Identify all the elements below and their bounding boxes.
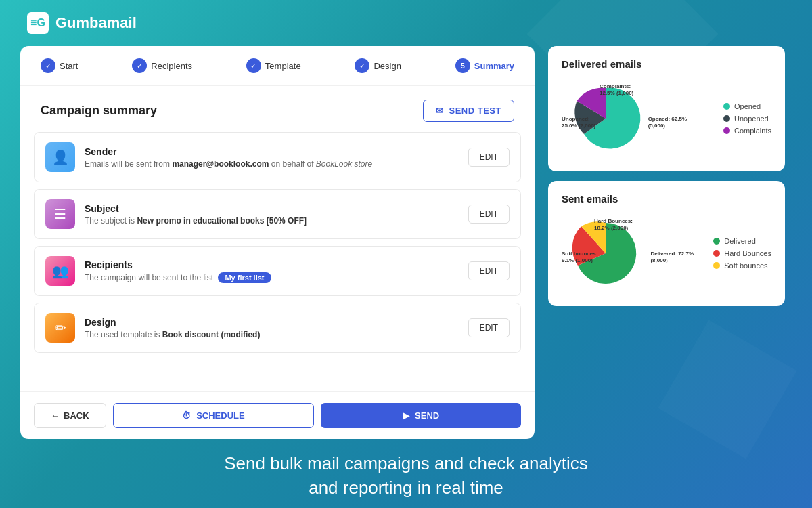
design-icon: ✏	[55, 320, 66, 336]
main-card: ✓ Start ✓ Recipients ✓ Template ✓ Design…	[20, 46, 535, 439]
step-design: ✓ Design	[355, 58, 401, 73]
sender-store: BookLook store	[316, 159, 372, 169]
step-line-1	[83, 66, 127, 66]
recipients-icon-wrap: 👥	[45, 256, 75, 286]
hard-bounces-label: Hard Bounces	[724, 249, 771, 257]
delivered-legend-item: Delivered	[713, 237, 771, 245]
soft-bounces-label: Soft bounces	[724, 261, 767, 270]
sender-icon: 👤	[52, 149, 69, 165]
recipients-icon: 👥	[52, 263, 69, 279]
recipients-title: Recipients	[85, 259, 459, 270]
back-label: BACK	[64, 410, 89, 421]
step-start-label: Start	[60, 61, 78, 71]
opened-legend: Opened	[723, 102, 771, 110]
recipients-edit-button[interactable]: EDIT	[468, 261, 510, 280]
recipients-content: Recipients The campaign will be sent to …	[85, 259, 459, 283]
design-template: Book discount (modified)	[162, 330, 261, 339]
summary-item-design: ✏ Design The used template is Book disco…	[34, 303, 521, 353]
subject-text: New promo in educational books [50% OFF]	[137, 216, 307, 226]
step-summary-icon: 5	[455, 58, 470, 73]
step-design-label: Design	[374, 61, 401, 71]
subject-icon-wrap: ☰	[45, 199, 75, 229]
unopened-legend: Unopened	[723, 114, 771, 123]
schedule-button[interactable]: ⏱ SCHEDULE	[113, 403, 315, 428]
unopened-label: Unopened	[734, 114, 769, 123]
sender-edit-button[interactable]: EDIT	[468, 148, 510, 167]
sender-desc-prefix: Emails will be sent from	[85, 159, 172, 169]
step-summary-label: Summary	[474, 61, 514, 71]
back-button[interactable]: ← BACK	[34, 403, 106, 428]
stepper: ✓ Start ✓ Recipients ✓ Template ✓ Design…	[20, 46, 535, 86]
design-title: Design	[85, 317, 459, 328]
subject-desc: The subject is New promo in educational …	[85, 216, 459, 226]
unopened-dot	[723, 115, 730, 122]
step-line-2	[198, 66, 241, 66]
soft-bounces-annotation: Soft bounces:9.1% (1,000)	[562, 251, 597, 265]
sender-title: Sender	[85, 146, 459, 157]
delivered-emails-content: Complaints:12.5% (1,000) Unopened:25.0% …	[562, 78, 771, 159]
design-content: Design The used template is Book discoun…	[85, 317, 459, 339]
campaign-header: Campaign summary ✉ SEND TEST	[20, 86, 535, 132]
delivered-label: Delivered	[724, 237, 755, 245]
send-button[interactable]: ▶ SEND	[321, 403, 521, 428]
step-template-label: Template	[265, 61, 301, 71]
summary-item-recipients: 👥 Recipients The campaign will be sent t…	[34, 246, 521, 296]
schedule-label: SCHEDULE	[196, 410, 245, 421]
step-design-icon: ✓	[355, 58, 369, 73]
sender-content: Sender Emails will be sent from manager@…	[85, 146, 459, 169]
summary-item-sender: 👤 Sender Emails will be sent from manage…	[34, 132, 521, 182]
recipients-prefix: The campaign will be sent to the list	[85, 273, 215, 282]
complaints-annotation: Complaints:12.5% (1,000)	[600, 83, 633, 98]
complaints-label: Complaints	[734, 127, 771, 135]
step-line-3	[307, 66, 350, 66]
tagline-line1: Send bulk mail campaigns and check analy…	[0, 451, 812, 475]
delivered-dot	[713, 238, 720, 245]
subject-edit-button[interactable]: EDIT	[468, 205, 510, 224]
opened-label: Opened	[734, 102, 761, 110]
sent-legend: Delivered Hard Bounces Soft bounces	[713, 237, 771, 270]
subject-icon: ☰	[54, 206, 66, 222]
design-edit-button[interactable]: EDIT	[468, 318, 510, 337]
send-label: SEND	[415, 410, 439, 421]
complaints-dot	[723, 127, 730, 134]
summary-item-subject: ☰ Subject The subject is New promo in ed…	[34, 189, 521, 239]
subject-prefix: The subject is	[85, 216, 137, 226]
send-test-label: SEND TEST	[449, 106, 501, 116]
summary-items: 👤 Sender Emails will be sent from manage…	[20, 132, 535, 391]
recipients-desc: The campaign will be sent to the list My…	[85, 272, 459, 283]
sender-desc: Emails will be sent from manager@bookloo…	[85, 159, 459, 169]
logo: ≡G Gumbamail	[27, 12, 137, 34]
send-test-button[interactable]: ✉ SEND TEST	[423, 100, 514, 122]
sent-emails-title: Sent emails	[562, 193, 771, 205]
step-recipients-label: Recipients	[151, 61, 192, 71]
step-recipients: ✓ Recipients	[132, 58, 192, 73]
complaints-legend: Complaints	[723, 127, 771, 135]
tagline: Send bulk mail campaigns and check analy…	[0, 439, 812, 507]
unopened-annotation: Unopened:25.0% (2,000)	[562, 116, 595, 130]
sender-desc-mid: on behalf of	[269, 159, 315, 169]
tagline-line2: and reporting in real time	[0, 475, 812, 500]
sent-pie-wrap: Hard Bounces:18.2% (2,000) Soft bounces:…	[562, 213, 650, 294]
step-start: ✓ Start	[41, 58, 78, 73]
send-arrow-icon: ▶	[403, 410, 409, 421]
hard-bounces-dot	[713, 250, 720, 257]
delivered-pie-wrap: Complaints:12.5% (1,000) Unopened:25.0% …	[562, 78, 650, 159]
subject-title: Subject	[85, 203, 459, 214]
delivered-annotation: Delivered: 72.7%(8,000)	[650, 251, 694, 265]
subject-content: Subject The subject is New promo in educ…	[85, 203, 459, 226]
step-template-icon: ✓	[246, 58, 261, 73]
opened-dot	[723, 103, 730, 110]
campaign-title: Campaign summary	[41, 104, 157, 118]
step-template: ✓ Template	[246, 58, 301, 73]
sender-icon-wrap: 👤	[45, 142, 75, 172]
step-start-icon: ✓	[41, 58, 55, 73]
sent-emails-content: Hard Bounces:18.2% (2,000) Soft bounces:…	[562, 213, 771, 294]
back-arrow-icon: ←	[51, 410, 60, 421]
clock-icon: ⏱	[182, 410, 191, 421]
sender-email: manager@booklook.com	[172, 159, 269, 169]
card-footer: ← BACK ⏱ SCHEDULE ▶ SEND	[20, 391, 535, 439]
opened-annotation: Opened: 62.5%(5,000)	[648, 116, 687, 130]
hard-bounces-legend: Hard Bounces	[713, 249, 771, 257]
list-badge: My first list	[218, 272, 271, 283]
logo-icon: ≡G	[27, 12, 49, 34]
